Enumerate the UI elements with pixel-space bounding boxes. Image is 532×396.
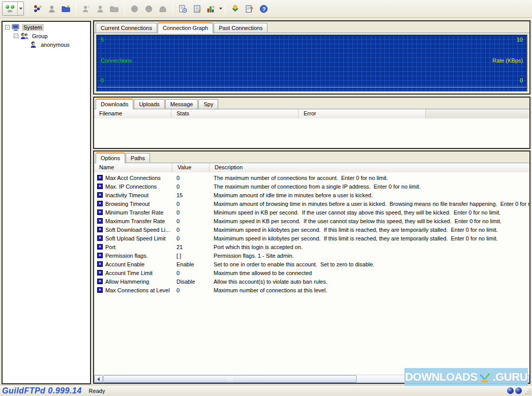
option-row[interactable]: ×Soft Upload Speed Limit0Maximimum speed… <box>94 234 529 242</box>
option-row[interactable]: ×Account EnableEnableSet to one in order… <box>94 260 529 268</box>
tip-button[interactable] <box>228 2 242 15</box>
option-description: Allow this account(s) to violate auto ba… <box>210 279 529 285</box>
arrow-left-icon <box>97 377 100 381</box>
tab-spy[interactable]: Spy <box>198 99 218 109</box>
column-header-name[interactable]: Name <box>94 163 172 172</box>
right-axis-min: 0 <box>520 77 523 83</box>
option-description: Maximimum speed in kilobytes per second.… <box>210 235 529 241</box>
option-row[interactable]: ×Browsing Timeout0Maximum amount of brow… <box>94 199 529 208</box>
tree-item-label: System <box>22 24 44 31</box>
option-value: 0 <box>172 227 210 233</box>
add-group-icon <box>48 5 56 13</box>
option-value: [ ] <box>172 253 210 259</box>
scroll-left-button[interactable] <box>94 375 103 383</box>
option-row[interactable]: ×Max. IP Connections0The maximum number … <box>94 182 529 191</box>
tab-message[interactable]: Message <box>165 99 198 109</box>
svg-text:?: ? <box>262 6 265 12</box>
option-row[interactable]: ×Inactivity Timeout15Maximum amount of i… <box>94 191 529 199</box>
option-row[interactable]: ×Port21Port which this login is accepted… <box>94 242 529 251</box>
option-x-icon: × <box>97 287 103 293</box>
option-row[interactable]: ×Permission flags.[ ]Permission flags. 1… <box>94 251 529 260</box>
add-group-button[interactable] <box>45 2 58 15</box>
tab-past-connections[interactable]: Past Connections <box>214 23 268 33</box>
tree-item-system[interactable]: - System <box>3 23 90 32</box>
about-button[interactable]: ? <box>257 2 270 15</box>
status-sphere-icon <box>507 387 514 394</box>
edit-user-button[interactable] <box>79 2 93 15</box>
option-description: Maximimum speed in kilobytes per second.… <box>210 227 529 233</box>
toolbar-separator <box>27 3 28 15</box>
view-notes-button[interactable] <box>190 2 203 15</box>
option-description: Maximum number of connections at this le… <box>210 287 529 293</box>
option-value: 15 <box>172 192 210 198</box>
option-name: Port <box>105 244 115 250</box>
tree-item-anonymous[interactable]: anonymous <box>3 40 90 49</box>
option-x-icon: × <box>97 201 103 206</box>
options-panel: OptionsPaths Name Value Description ×Max… <box>93 150 530 384</box>
toolbar-separator <box>124 3 125 15</box>
transfers-tabs: DownloadsUploadsMessageSpy <box>94 98 529 109</box>
ban-site-button[interactable] <box>156 2 169 15</box>
add-folder-button[interactable] <box>60 2 73 15</box>
option-name: Max Acct Connections <box>105 175 161 181</box>
tree-item-group[interactable]: - Group <box>3 32 90 40</box>
option-description: Maximum amount of browsing time in minut… <box>210 201 529 207</box>
right-axis-max: 10 <box>517 37 523 43</box>
column-header-value[interactable]: Value <box>172 163 210 172</box>
options-table-body[interactable]: ×Max Acct Connections0The maximum number… <box>94 172 529 375</box>
power-on-button[interactable]: on <box>2 2 24 16</box>
column-header-description[interactable]: Description <box>210 163 529 172</box>
transfers-table-body[interactable] <box>94 118 529 148</box>
option-name: Allow Hammering <box>105 279 149 285</box>
option-row[interactable]: ×Soft Download Speed Li...0Maximimum spe… <box>94 225 529 234</box>
download-icon <box>479 371 491 383</box>
stats-dropdown[interactable] <box>219 8 222 10</box>
ban-user-icon <box>144 5 153 13</box>
tab-paths[interactable]: Paths <box>126 153 150 163</box>
option-row[interactable]: ×Max Acct Connections0The maximum number… <box>94 173 529 182</box>
log-icon <box>179 5 187 13</box>
user-icon <box>29 41 38 48</box>
tab-connection-graph[interactable]: Connection Graph <box>158 22 213 33</box>
resize-grip[interactable] <box>529 393 530 394</box>
connection-graph: 5 10 Connections Rate (KBps) 0 0 <box>96 35 527 92</box>
help-topics-button[interactable]: ? <box>243 2 256 15</box>
edit-group-button[interactable] <box>94 2 107 15</box>
option-row[interactable]: ×Allow HammeringDisableAllow this accoun… <box>94 277 529 286</box>
kick-user-button[interactable] <box>128 2 141 15</box>
view-log-button[interactable] <box>176 2 189 15</box>
column-header-error[interactable]: Error <box>299 109 426 118</box>
option-x-icon: × <box>97 261 103 267</box>
help-topics-icon: ? <box>245 5 254 13</box>
tab-options[interactable]: Options <box>96 153 125 163</box>
tree-expander[interactable]: - <box>5 25 10 29</box>
add-domain-button[interactable] <box>31 2 44 15</box>
option-value: Enable <box>172 261 210 267</box>
tab-uploads[interactable]: Uploads <box>134 99 164 109</box>
option-row[interactable]: ×Account Time Limit0Maximum time allowed… <box>94 268 529 277</box>
option-x-icon: × <box>97 279 103 284</box>
option-value: 0 <box>172 218 210 224</box>
column-header-stats[interactable]: Stats <box>171 109 299 118</box>
help-icon: ? <box>259 5 268 13</box>
tab-downloads[interactable]: Downloads <box>96 99 133 109</box>
option-value: 0 <box>172 287 210 293</box>
scrollbar-thumb[interactable] <box>103 375 357 383</box>
option-row[interactable]: ×Minimum Transfer Rate0Minimum speed in … <box>94 208 529 217</box>
option-row[interactable]: ×Maximum Transfer Rate0Maximum speed in … <box>94 217 529 225</box>
option-row[interactable]: ×Max Connections at Level0Maximum number… <box>94 286 529 294</box>
add-domain-icon <box>34 5 42 13</box>
column-header-filename[interactable]: Filename <box>94 109 171 118</box>
option-name: Minimum Transfer Rate <box>105 209 163 216</box>
view-stats-button[interactable] <box>204 2 218 15</box>
app-version-label: GuildFTPd 0.999.14 <box>2 386 82 395</box>
option-value: 0 <box>172 235 210 241</box>
edit-folder-button[interactable] <box>108 2 121 15</box>
account-tree[interactable]: - System- Group anonymous <box>2 21 91 384</box>
option-name: Max Connections at Level <box>105 287 170 293</box>
tab-current-connections[interactable]: Current Connections <box>96 23 157 33</box>
column-header-filler <box>426 109 529 118</box>
ban-user-button[interactable] <box>142 2 155 15</box>
power-dropdown[interactable] <box>17 2 23 15</box>
tree-expander[interactable]: - <box>14 34 18 38</box>
